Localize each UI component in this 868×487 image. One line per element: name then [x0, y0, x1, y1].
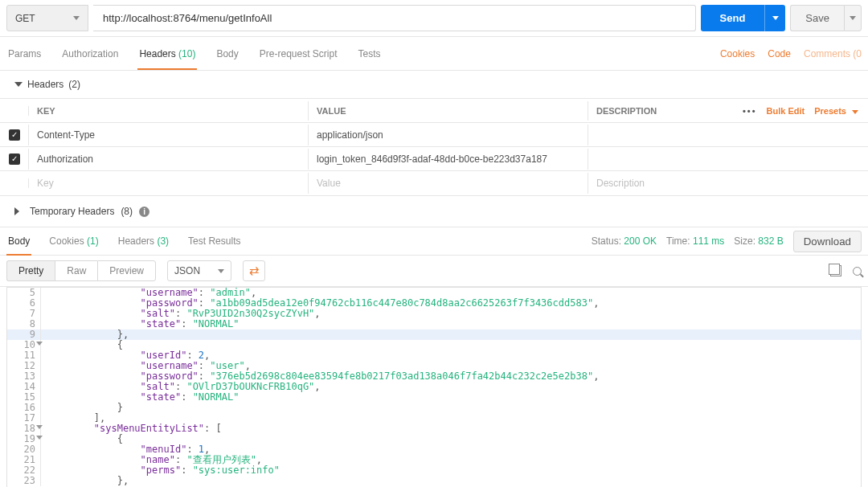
size-label: Size: 832 B [734, 235, 783, 247]
line-number: 23 [7, 476, 41, 486]
code-content: }, [41, 476, 129, 486]
request-right-links: Cookies Code Comments (0 [720, 48, 862, 59]
header-key-cell[interactable]: Authorization [29, 149, 309, 170]
code-line[interactable]: 15 "state": "NORMAL" [7, 392, 861, 403]
line-number: 7 [7, 309, 41, 319]
code-line[interactable]: 23 }, [7, 476, 861, 486]
temporary-headers-label: Temporary Headers [30, 206, 114, 217]
tab-cookies-label: Cookies [49, 235, 84, 247]
chevron-down-icon [772, 16, 779, 20]
tab-headers-label: Headers [139, 48, 175, 59]
tab-headers[interactable]: Headers (10) [137, 39, 197, 69]
body-toolbar-left: Pretty Raw Preview JSON ⇄ [6, 260, 265, 281]
body-toolbar-right [830, 265, 862, 276]
col-description-label: DESCRIPTION [596, 106, 657, 116]
headers-section-title: Headers [27, 79, 63, 90]
col-description: DESCRIPTION ••• Bulk Edit Presets [588, 101, 868, 121]
save-dropdown[interactable] [844, 5, 862, 31]
tab-response-headers[interactable]: Headers (3) [117, 227, 170, 255]
header-desc-cell[interactable] [588, 154, 868, 164]
send-dropdown[interactable] [764, 5, 785, 31]
tab-tests[interactable]: Tests [357, 39, 383, 69]
method-value: GET [15, 13, 35, 24]
response-tabs: Body Cookies (1) Headers (3) Test Result… [6, 227, 242, 255]
request-tabs-row: Params Authorization Headers (10) Body P… [0, 37, 868, 71]
chevron-down-icon [218, 269, 224, 273]
chevron-down-icon [850, 16, 856, 20]
fold-icon[interactable] [36, 436, 43, 440]
temporary-headers-count: (8) [121, 206, 133, 217]
header-value-cell[interactable]: login_token_846d9f3f-adaf-48dd-b0ce-be22… [309, 149, 588, 170]
code-line[interactable]: 8 "state": "NORMAL" [7, 319, 861, 329]
view-raw[interactable]: Raw [55, 260, 97, 281]
fold-icon[interactable] [36, 342, 43, 346]
format-select[interactable]: JSON [167, 260, 231, 281]
tab-resp-headers-label: Headers [118, 235, 154, 247]
header-value-cell[interactable]: application/json [309, 125, 588, 145]
header-desc-cell[interactable] [588, 130, 868, 140]
tab-authorization[interactable]: Authorization [60, 39, 120, 69]
header-row: Authorization login_token_846d9f3f-adaf-… [0, 147, 868, 171]
tab-prerequest[interactable]: Pre-request Script [258, 39, 339, 69]
tab-response-body[interactable]: Body [6, 227, 31, 255]
request-tabs: Params Authorization Headers (10) Body P… [6, 37, 383, 70]
col-value: VALUE [309, 101, 588, 121]
send-button[interactable]: Send [701, 5, 765, 31]
search-icon[interactable] [853, 267, 862, 276]
send-group: Send [701, 5, 786, 31]
header-enabled-checkbox-empty [0, 178, 29, 188]
header-key-cell[interactable]: Content-Type [29, 125, 309, 145]
save-button[interactable]: Save [790, 5, 844, 31]
copy-icon[interactable] [830, 265, 841, 276]
view-preview[interactable]: Preview [97, 260, 156, 281]
method-select[interactable]: GET [6, 5, 88, 31]
wrap-lines-button[interactable]: ⇄ [243, 260, 265, 281]
header-enabled-checkbox[interactable] [0, 149, 29, 170]
tab-params[interactable]: Params [6, 39, 43, 69]
code-line[interactable]: 22 "perms": "sys:user:info" [7, 465, 861, 476]
tab-test-results[interactable]: Test Results [186, 227, 242, 255]
header-value-placeholder[interactable]: Value [309, 173, 588, 194]
fold-icon[interactable] [36, 425, 43, 429]
tab-body[interactable]: Body [215, 39, 240, 69]
link-code[interactable]: Code [768, 48, 791, 59]
check-icon [9, 153, 20, 165]
tab-cookies-count: (1) [87, 235, 99, 247]
code-line[interactable]: 9 }, [7, 329, 861, 340]
headers-section-toggle[interactable]: Headers (2) [0, 71, 868, 98]
url-input[interactable] [93, 5, 696, 31]
view-pretty[interactable]: Pretty [6, 260, 55, 281]
chevron-down-icon [852, 110, 858, 114]
header-desc-placeholder[interactable]: Description [588, 173, 868, 194]
header-key-placeholder[interactable]: Key [29, 173, 309, 194]
header-enabled-checkbox[interactable] [0, 125, 29, 145]
code-line[interactable]: 16 } [7, 403, 861, 413]
link-cookies[interactable]: Cookies [720, 48, 755, 59]
info-icon[interactable]: i [139, 207, 149, 217]
bulk-edit-link[interactable]: Bulk Edit [767, 106, 805, 116]
tab-headers-count: (10) [178, 48, 195, 59]
more-menu-icon[interactable]: ••• [743, 106, 757, 116]
request-bar: GET Send Save [0, 0, 868, 37]
triangle-down-icon [14, 82, 23, 87]
size-value: 832 B [758, 235, 783, 247]
save-group: Save [790, 5, 862, 31]
code-line[interactable]: 18 "sysMenuEntityList": [ [7, 424, 861, 434]
download-button[interactable]: Download [793, 231, 862, 252]
link-comments[interactable]: Comments (0 [804, 48, 862, 59]
presets-dropdown[interactable]: Presets [814, 106, 858, 116]
temporary-headers-toggle[interactable]: Temporary Headers (8) i [0, 196, 868, 227]
line-number: 8 [7, 319, 41, 329]
tab-response-cookies[interactable]: Cookies (1) [47, 227, 100, 255]
header-row: Content-Type application/json [0, 123, 868, 147]
check-icon [9, 129, 20, 141]
status-value: 200 OK [624, 235, 657, 247]
status-label: Status: 200 OK [592, 235, 657, 247]
response-body-viewer[interactable]: 5 "username": "admin",6 "password": "a1b… [6, 287, 862, 487]
line-number: 5 [7, 288, 41, 298]
response-status-block: Status: 200 OK Time: 111 ms Size: 832 B … [592, 231, 862, 252]
col-key: KEY [29, 101, 309, 121]
headers-table-head: KEY VALUE DESCRIPTION ••• Bulk Edit Pres… [0, 99, 868, 123]
format-value: JSON [174, 265, 200, 276]
chevron-down-icon [73, 16, 80, 20]
